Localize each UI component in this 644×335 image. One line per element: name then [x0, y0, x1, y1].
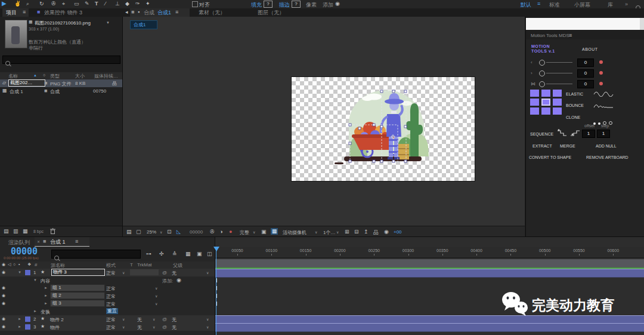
group-row-1[interactable]: ◉ ► 组 1 正常 ∨: [0, 284, 215, 292]
type-tool-icon[interactable]: T: [95, 1, 98, 7]
slider-1-value[interactable]: 0: [577, 59, 594, 67]
sequence-up-icon[interactable]: [570, 129, 580, 137]
tab-project[interactable]: 项目 ≡: [2, 8, 29, 17]
always-preview-icon[interactable]: ▤: [126, 229, 132, 235]
slider-1-knob[interactable]: [539, 60, 545, 66]
interpret-footage-icon[interactable]: ▤: [4, 228, 9, 234]
anchor-grid[interactable]: [530, 90, 562, 115]
mini-flowchart-breadcrumb[interactable]: 合成1: [130, 20, 157, 29]
anchor-grid-cell[interactable]: [541, 99, 550, 106]
playhead-line[interactable]: [216, 248, 216, 335]
snapshot-icon[interactable]: ✇: [210, 229, 215, 235]
puppet-tool-icon[interactable]: ✦: [145, 1, 150, 7]
sequence-down-icon[interactable]: [557, 129, 567, 137]
layer-3-label-chip[interactable]: [24, 324, 31, 330]
slider-3-value[interactable]: 0: [577, 80, 594, 88]
layer-1-name-input[interactable]: 物件 3: [51, 269, 105, 276]
trash-icon[interactable]: [50, 228, 55, 234]
viewer-zoom-caret-icon[interactable]: ∨: [160, 230, 162, 234]
viewer-frame-number[interactable]: 00000: [190, 229, 203, 235]
group-3-mode-select[interactable]: 正常: [106, 301, 116, 308]
workspace-more-icon[interactable]: »: [625, 1, 628, 7]
slider-1-apply-dot[interactable]: [599, 60, 603, 64]
sequence-offset-input[interactable]: 1: [582, 130, 595, 138]
footage-name-caret-icon[interactable]: ▼: [106, 21, 110, 24]
layer-3-trkmat-select[interactable]: 无: [137, 324, 142, 331]
column-type[interactable]: 类型: [50, 73, 60, 79]
group-3-mode-caret[interactable]: ∨: [155, 302, 157, 306]
slider-3-track[interactable]: [546, 84, 572, 84]
group-3-eye-icon[interactable]: ◉: [2, 301, 5, 306]
add-button-icon[interactable]: ◉: [335, 1, 340, 7]
view-count-caret-icon[interactable]: ∨: [336, 230, 339, 234]
layer-3-mode-caret[interactable]: ∨: [122, 325, 125, 329]
primary-viewer-icon[interactable]: ▢: [136, 229, 141, 235]
layer-3-parent-select[interactable]: 无: [172, 324, 177, 331]
zoom-tool-icon[interactable]: ⌕: [26, 1, 29, 7]
layer-3-name[interactable]: 物件: [50, 324, 60, 331]
anchor-grid-cell[interactable]: [553, 107, 562, 115]
current-timecode[interactable]: 00000: [11, 246, 38, 257]
layer-2-parent-caret[interactable]: ∨: [206, 317, 209, 321]
resolution-select[interactable]: 完整: [240, 229, 249, 236]
tab-effect-controls[interactable]: 效果控件 物件 3: [44, 9, 82, 17]
layer-3-parent-caret[interactable]: ∨: [206, 325, 209, 329]
frame-blend-icon[interactable]: ▦: [185, 251, 191, 257]
group-2-mode-caret[interactable]: ∨: [155, 294, 157, 298]
layer-2-label-chip[interactable]: [24, 316, 31, 322]
reset-exposure-icon[interactable]: ◉: [384, 229, 389, 235]
layer-2-parent-select[interactable]: 无: [172, 316, 177, 323]
anchor-grid-cell[interactable]: [530, 107, 539, 115]
view-mode-caret-icon[interactable]: ∨: [315, 230, 317, 234]
fill-swatch[interactable]: ?: [264, 1, 273, 8]
layer-1-parent-select[interactable]: 无: [172, 270, 177, 276]
comp-viewer-menu-icon[interactable]: ≡: [175, 9, 178, 15]
layer-row-1[interactable]: ◉ ▼ 1 ★ 物件 3 正常 ∨ @ 无 ∨: [0, 269, 215, 276]
footage-label-swatch[interactable]: ■: [44, 80, 47, 86]
layer-3-trkmat-caret[interactable]: ∨: [153, 325, 155, 329]
column-t[interactable]: T: [130, 262, 133, 268]
show-snapshot-icon[interactable]: ◑: [219, 229, 222, 235]
timeline-search-input[interactable]: [51, 250, 141, 259]
layer-1-pickwhip-icon[interactable]: @: [162, 270, 167, 275]
layer-2-trkmat-select[interactable]: 无: [137, 316, 142, 323]
comp-mini-flowchart-icon[interactable]: ⊶: [146, 251, 151, 257]
layer-2-pickwhip-icon[interactable]: @: [162, 316, 167, 322]
layer-2-trkmat-caret[interactable]: ∨: [153, 317, 155, 321]
view-count-select[interactable]: 1个…: [323, 229, 335, 236]
playhead-head[interactable]: [213, 247, 219, 251]
layer-3-pickwhip-icon[interactable]: @: [162, 324, 167, 330]
graph-editor-icon[interactable]: ◫: [207, 251, 212, 257]
rotate-tool-icon[interactable]: ↻: [39, 1, 44, 7]
channels-icon[interactable]: ●: [229, 229, 232, 235]
layer-2-name[interactable]: 物件 2: [50, 316, 64, 323]
layer-1-mode-select[interactable]: 正常: [106, 270, 116, 276]
transform-row[interactable]: ► 变换 重置: [0, 308, 215, 315]
group-1-mode-select[interactable]: 正常: [106, 285, 116, 292]
slider-2-track[interactable]: [546, 73, 572, 73]
resolution-caret-icon[interactable]: ∨: [253, 230, 255, 234]
layer-3-expander-icon[interactable]: ►: [18, 325, 21, 328]
layer-2-mode-select[interactable]: 正常: [106, 316, 116, 323]
anchor-grid-cell[interactable]: [553, 99, 562, 106]
group-row-2[interactable]: ◉ ► 组 2 正常 ∨: [0, 292, 215, 300]
grid-guides-icon[interactable]: ⊞: [345, 229, 349, 235]
column-duration[interactable]: 媒体持续…: [94, 73, 118, 79]
tab-layer[interactable]: 图层（无）: [258, 9, 284, 17]
layer-1-eye-icon[interactable]: ◉: [2, 270, 5, 275]
timeline-tab-close-icon[interactable]: ✕: [37, 239, 40, 244]
layer-1-parent-caret[interactable]: ∨: [206, 271, 209, 275]
stroke-swatch[interactable]: ?: [292, 1, 301, 8]
hide-shy-icon[interactable]: ≙: [172, 251, 177, 257]
footage-thumbnail[interactable]: [5, 20, 27, 48]
contents-expander-icon[interactable]: ▼: [33, 278, 37, 282]
timeline-button-icon[interactable]: ↥: [364, 229, 369, 235]
anchor-grid-cell[interactable]: [530, 90, 539, 97]
anchor-grid-cell[interactable]: [541, 90, 550, 97]
motion-tools-panel-title[interactable]: Motion Tools MDS: [531, 33, 569, 38]
fast-previews-icon[interactable]: ▣: [261, 229, 267, 235]
column-mode[interactable]: 模式: [106, 262, 116, 269]
layer-row-2[interactable]: ◉ ► 2 ★ 物件 2 正常 ∨ 无 ∨ @ 无 ∨: [0, 315, 215, 323]
column-size[interactable]: 大小: [75, 73, 85, 79]
group-2-name[interactable]: 组 2: [50, 292, 105, 299]
